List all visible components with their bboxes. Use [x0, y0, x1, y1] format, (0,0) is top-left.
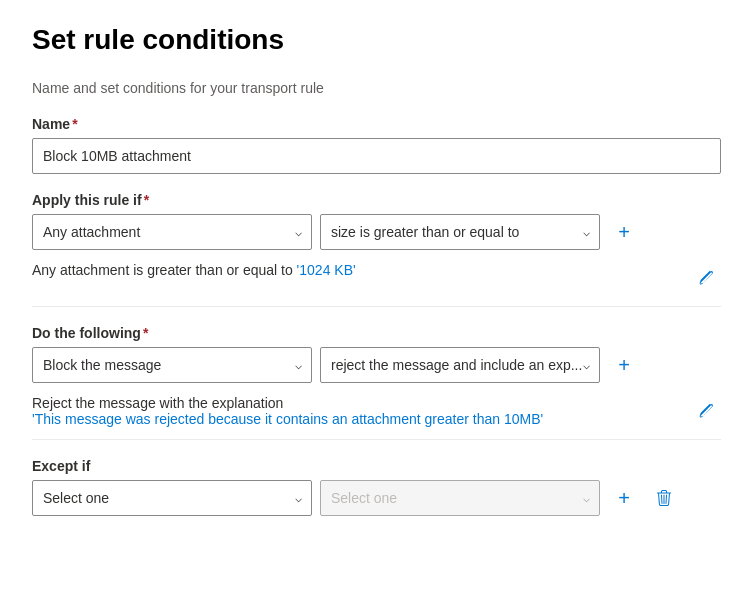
do-following-label-text: Do the following	[32, 325, 141, 341]
apply-rule-dropdown-row: Any attachment ⌵ size is greater than or…	[32, 214, 721, 250]
except-if-right-dropdown[interactable]: Select one	[320, 480, 600, 516]
name-field-group: Name*	[32, 116, 721, 174]
apply-rule-add-button[interactable]: +	[608, 216, 640, 248]
name-label: Name*	[32, 116, 721, 132]
apply-rule-edit-icon	[697, 270, 713, 286]
except-if-delete-button[interactable]	[648, 482, 680, 514]
apply-rule-left-dropdown[interactable]: Any attachment	[32, 214, 312, 250]
do-following-dropdown-row: Block the message ⌵ reject the message a…	[32, 347, 721, 383]
apply-rule-label: Apply this rule if*	[32, 192, 721, 208]
do-following-left-dropdown[interactable]: Block the message	[32, 347, 312, 383]
except-if-right-dropdown-wrapper: Select one ⌵	[320, 480, 600, 516]
do-following-field-group: Do the following* Block the message ⌵ re…	[32, 325, 721, 440]
except-if-field-group: Except if Select one ⌵ Select one ⌵ +	[32, 458, 721, 516]
apply-rule-right-dropdown[interactable]: size is greater than or equal to	[320, 214, 600, 250]
except-if-row: Select one ⌵ Select one ⌵ +	[32, 480, 721, 516]
except-if-left-dropdown-wrapper: Select one ⌵	[32, 480, 312, 516]
apply-rule-summary-link[interactable]: '1024 KB'	[297, 262, 356, 278]
do-following-add-button[interactable]: +	[608, 349, 640, 381]
do-following-left-dropdown-wrapper: Block the message ⌵	[32, 347, 312, 383]
apply-rule-summary-text: Any attachment is greater than or equal …	[32, 262, 356, 278]
page-title: Set rule conditions	[32, 24, 721, 56]
name-input[interactable]	[32, 138, 721, 174]
apply-rule-edit-button[interactable]	[689, 262, 721, 294]
except-if-add-button[interactable]: +	[608, 482, 640, 514]
name-required-star: *	[72, 116, 77, 132]
page-subtitle: Name and set conditions for your transpo…	[32, 80, 721, 96]
do-following-right-dropdown[interactable]: reject the message and include an exp...	[320, 347, 600, 383]
apply-rule-summary: Any attachment is greater than or equal …	[32, 258, 721, 307]
apply-rule-right-dropdown-wrapper: size is greater than or equal to ⌵	[320, 214, 600, 250]
do-following-edit-icon	[697, 403, 713, 419]
do-following-summary-line1: Reject the message with the explanation	[32, 395, 283, 411]
except-if-label-text: Except if	[32, 458, 90, 474]
apply-rule-label-text: Apply this rule if	[32, 192, 142, 208]
do-following-summary-text: Reject the message with the explanation …	[32, 395, 543, 427]
do-following-edit-button[interactable]	[689, 395, 721, 427]
apply-rule-summary-prefix: Any attachment is greater than or equal …	[32, 262, 297, 278]
except-if-label: Except if	[32, 458, 721, 474]
except-if-delete-icon	[656, 490, 672, 506]
do-following-summary: Reject the message with the explanation …	[32, 391, 721, 440]
do-following-right-dropdown-wrapper: reject the message and include an exp...…	[320, 347, 600, 383]
do-following-label: Do the following*	[32, 325, 721, 341]
do-following-required-star: *	[143, 325, 148, 341]
apply-rule-left-dropdown-wrapper: Any attachment ⌵	[32, 214, 312, 250]
except-if-left-dropdown[interactable]: Select one	[32, 480, 312, 516]
name-label-text: Name	[32, 116, 70, 132]
do-following-summary-link[interactable]: 'This message was rejected because it co…	[32, 411, 543, 427]
apply-rule-required-star: *	[144, 192, 149, 208]
apply-rule-field-group: Apply this rule if* Any attachment ⌵ siz…	[32, 192, 721, 307]
